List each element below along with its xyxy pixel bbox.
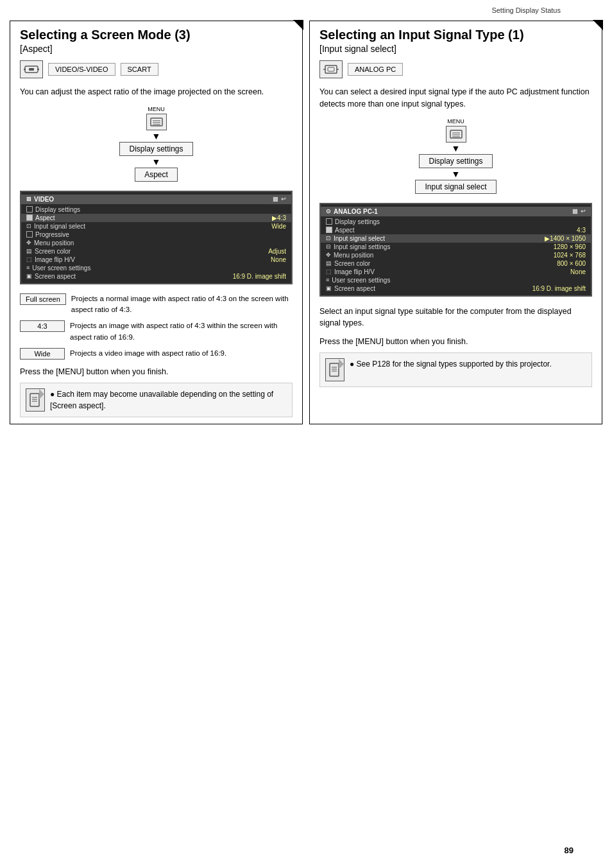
left-menu-row-screenaspect: ▣ Screen aspect 16:9 D. image shift: [21, 272, 291, 281]
right-flow-step-1: Display settings: [419, 154, 492, 168]
left-note-text: ● Each item may become unavailable depen…: [50, 388, 287, 412]
left-menu-screen-title: VIDEO: [34, 196, 54, 203]
corner-decoration: [293, 20, 303, 30]
right-signal-row: ANALOG PC: [319, 60, 592, 78]
left-description: You can adjust the aspect ratio of the i…: [20, 86, 293, 98]
right-menu-row-input: ⊡ Input signal select ▶1400 × 1050: [321, 234, 591, 243]
left-menu-row-screencolor: ▤ Screen color Adjust: [21, 247, 291, 256]
right-menu-row-aspect: Aspect 4:3: [321, 226, 591, 234]
left-arrow-1: ▼: [152, 132, 161, 141]
svg-rect-21: [330, 363, 339, 376]
left-note-content: Each item may become unavailable dependi…: [50, 390, 273, 410]
right-menu-row-imageflip: ⬚ Image flip H/V None: [321, 268, 591, 276]
left-panel-title: Selecting a Screen Mode (3): [20, 28, 293, 42]
right-panel-title: Selecting an Input Signal Type (1): [319, 28, 592, 42]
page-number: 89: [565, 846, 574, 855]
svg-rect-13: [325, 65, 337, 73]
right-menu-flow: MENU ▼ Display settings ▼ Input signal s…: [319, 118, 592, 194]
right-note-box: ● See P128 for the signal types supporte…: [319, 352, 592, 387]
aspect-43-btn: 4:3: [20, 320, 65, 332]
left-tab-video[interactable]: VIDEO/S-VIDEO: [48, 63, 115, 76]
wide-btn: Wide: [20, 348, 65, 360]
right-menu-row-inputsettings: ⊟ Input signal settings 1280 × 960: [321, 243, 591, 251]
left-menu-row-userscreen: ≡ User screen settings: [21, 264, 291, 272]
svg-rect-1: [29, 68, 34, 71]
svg-marker-25: [339, 363, 341, 366]
left-aspect-options: Full screen Projects a normal image with…: [20, 293, 293, 360]
right-menu-row-menupos: ✥ Menu position 1024 × 768: [321, 251, 591, 259]
left-panel-subtitle: [Aspect]: [20, 44, 293, 54]
header-title: Setting Display Status: [491, 6, 561, 14]
svg-rect-2: [24, 69, 26, 70]
right-panel: Selecting an Input Signal Type (1) [Inpu…: [309, 21, 602, 424]
right-press-menu: Press the [MENU] button when you finish.: [319, 337, 592, 346]
left-menu-row-imageflip: ⬚ Image flip H/V None: [21, 256, 291, 264]
right-menu-screen-icons: ▦ ↩: [572, 208, 586, 214]
right-menu-icon: [446, 126, 466, 143]
svg-rect-3: [37, 69, 39, 70]
left-menu-screen-icons: ▦ ↩: [273, 196, 286, 202]
right-menu-screen: ⊙ ANALOG PC-1 ▦ ↩ Display settings Aspec…: [319, 203, 592, 297]
left-tab-scart[interactable]: SCART: [121, 63, 158, 76]
aspect-option-fullscreen: Full screen Projects a normal image with…: [20, 293, 293, 316]
left-arrow-2: ▼: [152, 157, 161, 166]
svg-rect-8: [30, 394, 39, 406]
right-description: You can select a desired input signal ty…: [319, 86, 592, 110]
left-menu-row-progressive: Progressive: [21, 230, 291, 239]
right-menu-row-display: Display settings: [321, 218, 591, 226]
right-arrow-1: ▼: [452, 144, 461, 153]
main-content: Selecting a Screen Mode (3) [Aspect] VID…: [0, 17, 612, 428]
left-menu-flow: MENU ▼ Display settings ▼ Aspect: [20, 106, 293, 182]
left-flow-step-1: Display settings: [119, 142, 192, 156]
aspect-option-wide: Wide Projects a video image with aspect …: [20, 348, 293, 360]
left-menu-row-aspect: Aspect ▶4:3: [21, 214, 291, 222]
right-description2: Select an input signal type suitable for…: [319, 306, 592, 330]
right-panel-subtitle: [Input signal select]: [319, 44, 592, 54]
right-menu-screen-title: ANALOG PC-1: [334, 208, 378, 215]
left-menu-screen: ⊞ VIDEO ▦ ↩ Display settings Aspect ▶4:3…: [20, 191, 293, 284]
left-press-menu: Press the [MENU] button when you finish.: [20, 367, 293, 376]
right-note-icon: [325, 358, 344, 381]
left-menu-screen-header: ⊞ VIDEO ▦ ↩: [21, 195, 291, 204]
fullscreen-desc: Projects a normal image with aspect rati…: [71, 293, 293, 316]
left-menu-icon: [146, 114, 167, 130]
left-menu-row-display: Display settings: [21, 205, 291, 214]
left-panel: Selecting a Screen Mode (3) [Aspect] VID…: [10, 21, 303, 424]
left-connector-icon: [20, 60, 43, 78]
right-menu-row-userscreen: ≡ User screen settings: [321, 276, 591, 284]
right-flow-step-2: Input signal select: [415, 180, 496, 194]
left-menu-label: MENU: [148, 106, 165, 112]
right-connector-icon: [319, 60, 343, 78]
page-header: Setting Display Status: [0, 0, 612, 17]
left-note-icon: [26, 388, 45, 412]
right-arrow-2: ▼: [452, 169, 461, 178]
left-note-box: ● Each item may become unavailable depen…: [20, 383, 293, 417]
right-menu-row-screencolor: ▤ Screen color 800 × 600: [321, 259, 591, 268]
aspect-option-43: 4:3 Projects an image with aspect ratio …: [20, 320, 293, 343]
wide-desc: Projects a video image with aspect ratio…: [70, 348, 293, 359]
aspect-43-desc: Projects an image with aspect ratio of 4…: [70, 320, 293, 343]
left-menu-row-menupos: ✥ Menu position: [21, 239, 291, 247]
right-menu-screen-header: ⊙ ANALOG PC-1 ▦ ↩: [321, 207, 591, 216]
right-menu-label: MENU: [447, 118, 464, 125]
right-corner-decoration: [593, 20, 603, 30]
left-signal-row: VIDEO/S-VIDEO SCART: [20, 60, 293, 78]
left-note-bullet: ●: [50, 390, 55, 399]
right-menu-row-screenaspect: ▣ Screen aspect 16:9 D. image shift: [321, 284, 591, 293]
left-flow-step-2: Aspect: [135, 168, 178, 182]
left-menu-row-input: ⊡ Input signal select Wide: [21, 222, 291, 230]
right-note-text: ● See P128 for the signal types supporte…: [350, 358, 552, 370]
svg-rect-14: [328, 67, 334, 71]
svg-marker-12: [39, 394, 42, 396]
right-tab-analog[interactable]: ANALOG PC: [348, 63, 403, 76]
fullscreen-btn: Full screen: [20, 293, 66, 305]
